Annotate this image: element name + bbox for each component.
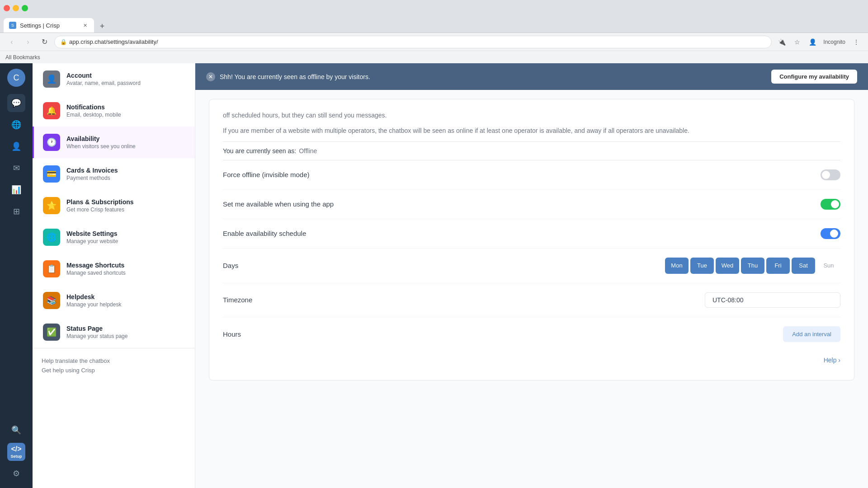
enable-schedule-label: Enable availability schedule — [223, 230, 306, 237]
set-available-toggle[interactable] — [821, 199, 840, 210]
cards-subtitle: Payment methods — [66, 175, 118, 181]
help-link[interactable]: Help › — [824, 357, 840, 364]
day-thu[interactable]: Thu — [741, 258, 764, 274]
sidebar-item-plans[interactable]: ⭐ Plans & Subscriptions Get more Crisp f… — [33, 190, 195, 221]
address-text: app.crisp.chat/settings/availability/ — [69, 38, 158, 45]
incognito-label: Incognito — [823, 39, 845, 45]
sidebar-icon-contacts[interactable]: 👤 — [7, 137, 25, 155]
configure-availability-btn[interactable]: Configure my availability — [771, 70, 857, 84]
day-wed[interactable]: Wed — [716, 258, 739, 274]
availability-title: Availability — [66, 135, 136, 142]
force-offline-row: Force offline (invisible mode) — [223, 160, 840, 190]
current-status-value: Offline — [299, 147, 317, 155]
bookmark-btn[interactable]: ☆ — [791, 36, 803, 48]
main-content: ✕ Shh! You are currently seen as offline… — [195, 63, 868, 488]
tab-favicon: S — [9, 22, 16, 29]
sidebar-item-cards-invoices[interactable]: 💳 Cards & Invoices Payment methods — [33, 158, 195, 190]
sidebar-item-status-page[interactable]: ✅ Status Page Manage your status page — [33, 316, 195, 348]
lock-icon: 🔒 — [60, 39, 66, 45]
shortcuts-title: Message Shortcuts — [66, 262, 126, 269]
cards-title: Cards & Invoices — [66, 167, 118, 174]
sidebar-icon-chat[interactable]: 💬 — [7, 94, 25, 112]
info-text-1: off scheduled hours, but they can still … — [223, 110, 840, 120]
profile-btn[interactable]: 👤 — [806, 36, 819, 48]
plans-subtitle: Get more Crisp features — [66, 206, 134, 213]
tab-close-btn[interactable]: ✕ — [81, 22, 89, 29]
sidebar-icon-grid[interactable]: ⊞ — [7, 202, 25, 221]
cards-icon: 💳 — [43, 165, 60, 183]
account-subtitle: Avatar, name, email, password — [66, 80, 141, 86]
day-fri[interactable]: Fri — [766, 258, 790, 274]
current-status-label: You are currently seen as: — [223, 147, 296, 155]
back-btn[interactable]: ‹ — [5, 36, 18, 48]
banner-message: Shh! You are currently seen as offline b… — [220, 73, 370, 80]
plans-title: Plans & Subscriptions — [66, 198, 134, 206]
status-icon: ✅ — [43, 324, 60, 341]
availability-icon: 🕐 — [43, 134, 60, 151]
browser-max-btn[interactable] — [22, 5, 28, 11]
forward-btn[interactable]: › — [22, 36, 34, 48]
sidebar-icon-globe[interactable]: 🌐 — [7, 116, 25, 134]
timezone-select[interactable]: UTC-08:00 — [705, 292, 840, 308]
day-mon[interactable]: Mon — [665, 258, 689, 274]
help-link-sidebar[interactable]: Get help using Crisp — [42, 367, 186, 374]
helpdesk-title: Helpdesk — [66, 293, 121, 300]
notifications-icon: 🔔 — [43, 102, 60, 119]
user-avatar[interactable]: C — [7, 69, 25, 87]
timezone-label: Timezone — [223, 296, 252, 304]
setup-label: Setup — [10, 454, 22, 459]
browser-tab[interactable]: S Settings | Crisp ✕ — [4, 18, 94, 33]
enable-schedule-toggle[interactable] — [821, 228, 840, 239]
force-offline-toggle[interactable] — [821, 169, 840, 180]
sidebar-icon-settings[interactable]: ⚙ — [7, 465, 25, 483]
sidebar-item-website-settings[interactable]: 🌐 Website Settings Manage your website — [33, 221, 195, 253]
sidebar-item-helpdesk[interactable]: 📚 Helpdesk Manage your helpdesk — [33, 285, 195, 316]
sidebar-icon-search[interactable]: 🔍 — [7, 421, 25, 439]
days-buttons: Mon Tue Wed Thu Fri Sat Sun — [665, 258, 840, 274]
browser-min-btn[interactable] — [13, 5, 19, 11]
help-row: Help › — [223, 351, 840, 369]
day-sat[interactable]: Sat — [792, 258, 815, 274]
sidebar-item-notifications[interactable]: 🔔 Notifications Email, desktop, mobile — [33, 95, 195, 127]
set-available-slider — [821, 199, 840, 210]
info-text-2: If you are member of a website with mult… — [223, 126, 840, 136]
account-title: Account — [66, 72, 141, 79]
days-label: Days — [223, 262, 238, 269]
translate-link[interactable]: Help translate the chatbox — [42, 357, 186, 364]
browser-close-btn[interactable] — [4, 5, 10, 11]
address-bar[interactable]: 🔒 app.crisp.chat/settings/availability/ — [54, 36, 772, 48]
hours-label: Hours — [223, 330, 241, 338]
notifications-title: Notifications — [66, 103, 121, 111]
day-tue[interactable]: Tue — [690, 258, 714, 274]
current-status-row: You are currently seen as: Offline — [223, 142, 840, 160]
tab-title: Settings | Crisp — [20, 22, 60, 29]
sidebar-item-availability[interactable]: 🕐 Availability When visitors see you onl… — [33, 127, 195, 158]
sidebar-icon-inbox[interactable]: ✉ — [7, 159, 25, 177]
sidebar-icon-setup[interactable]: </> Setup — [7, 443, 25, 461]
set-available-label: Set me available when using the app — [223, 200, 334, 208]
refresh-btn[interactable]: ↻ — [38, 36, 51, 48]
plans-icon: ⭐ — [43, 197, 60, 214]
shortcuts-subtitle: Manage saved shortcuts — [66, 270, 126, 276]
menu-btn[interactable]: ⋮ — [850, 36, 863, 48]
new-tab-btn[interactable]: + — [96, 20, 108, 33]
days-row: Days Mon Tue Wed Thu Fri Sat Sun — [223, 249, 840, 283]
enable-schedule-row: Enable availability schedule — [223, 219, 840, 249]
timezone-row: Timezone UTC-08:00 — [223, 283, 840, 317]
sidebar-icon-analytics[interactable]: 📊 — [7, 181, 25, 199]
sidebar-item-message-shortcuts[interactable]: 📋 Message Shortcuts Manage saved shortcu… — [33, 253, 195, 285]
enable-schedule-slider — [821, 228, 840, 239]
notifications-subtitle: Email, desktop, mobile — [66, 112, 121, 118]
settings-card: off scheduled hours, but they can still … — [209, 99, 854, 380]
website-subtitle: Manage your website — [66, 238, 118, 244]
banner-close-btn[interactable]: ✕ — [206, 72, 215, 81]
add-interval-btn[interactable]: Add an interval — [783, 326, 840, 342]
notification-banner: ✕ Shh! You are currently seen as offline… — [195, 63, 868, 90]
force-offline-slider — [821, 169, 840, 180]
helpdesk-icon: 📚 — [43, 292, 60, 309]
availability-subtitle: When visitors see you online — [66, 143, 136, 150]
extensions-btn[interactable]: 🔌 — [775, 36, 788, 48]
day-sun[interactable]: Sun — [817, 258, 840, 274]
website-title: Website Settings — [66, 230, 118, 237]
sidebar-item-account[interactable]: 👤 Account Avatar, name, email, password — [33, 63, 195, 95]
